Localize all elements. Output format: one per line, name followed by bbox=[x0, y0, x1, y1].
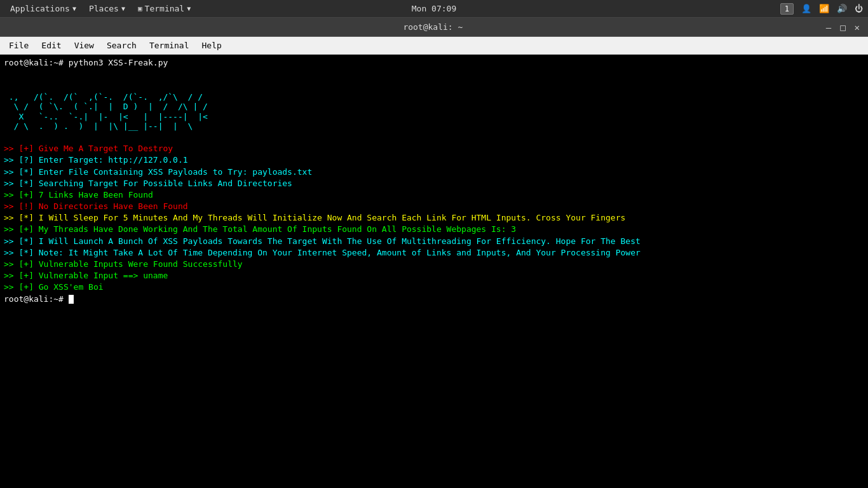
final-prompt: root@kali:~# bbox=[4, 294, 69, 304]
applications-arrow-icon: ▼ bbox=[72, 5, 76, 12]
window-titlebar: root@kali: ~ – □ ✕ bbox=[0, 18, 868, 37]
terminal-arrow-icon: ▼ bbox=[187, 5, 191, 12]
final-prompt-line: root@kali:~# bbox=[4, 294, 864, 305]
taskbar-datetime: Mon 07:09 bbox=[412, 4, 456, 13]
close-button[interactable]: ✕ bbox=[851, 20, 863, 35]
output-no-dirs: >> [!] No Directories Have Been Found bbox=[4, 201, 864, 212]
menu-file[interactable]: File bbox=[3, 39, 35, 52]
ascii-art: ., /(`. /(` ,(`-. /(`-. ,/`\ / / \ / ( `… bbox=[4, 92, 864, 132]
maximize-button[interactable]: □ bbox=[837, 20, 848, 35]
volume-icon: 🔊 bbox=[837, 4, 847, 13]
menu-view[interactable]: View bbox=[68, 39, 100, 52]
output-threads-done: >> [+] My Threads Have Done Working And … bbox=[4, 224, 864, 235]
output-searching: >> [*] Searching Target For Possible Lin… bbox=[4, 178, 864, 189]
menu-terminal[interactable]: Terminal bbox=[143, 39, 196, 52]
output-target: >> [+] Give Me A Target To Destroy bbox=[4, 143, 864, 154]
window-controls: – □ ✕ bbox=[823, 20, 863, 35]
menu-search[interactable]: Search bbox=[100, 39, 143, 52]
taskbar-left: Applications ▼ Places ▼ ▣ Terminal ▼ bbox=[5, 3, 196, 15]
output-go-xss: >> [+] Go XSS'em Boi bbox=[4, 281, 864, 293]
output-links-found: >> [+] 7 Links Have Been Found bbox=[4, 189, 864, 201]
users-icon: 👤 bbox=[801, 4, 811, 13]
output-vuln-found: >> [+] Vulnerable Inputs Were Found Succ… bbox=[4, 259, 864, 270]
taskbar: Applications ▼ Places ▼ ▣ Terminal ▼ Mon… bbox=[0, 0, 868, 18]
terminal-icon: ▣ bbox=[138, 4, 142, 13]
applications-menu[interactable]: Applications ▼ bbox=[5, 3, 81, 15]
output-launch: >> [*] I Will Launch A Bunch Of XSS Payl… bbox=[4, 236, 864, 247]
places-arrow-icon: ▼ bbox=[121, 5, 125, 12]
terminal-cursor bbox=[69, 295, 74, 304]
output-vuln-input: >> [+] Vulnerable Input ==> uname bbox=[4, 270, 864, 281]
places-menu[interactable]: Places ▼ bbox=[84, 3, 130, 15]
minimize-button[interactable]: – bbox=[823, 20, 834, 35]
output-sleep: >> [*] I Will Sleep For 5 Minutes And My… bbox=[4, 212, 864, 224]
workspace-indicator[interactable]: 1 bbox=[780, 3, 794, 15]
taskbar-right: 1 👤 📶 🔊 ⏻ bbox=[780, 3, 863, 15]
blank-line-2 bbox=[4, 80, 864, 92]
output-enter-target: >> [?] Enter Target: http://127.0.0.1 bbox=[4, 154, 864, 166]
menubar: File Edit View Search Terminal Help bbox=[0, 37, 868, 55]
terminal-window: root@kali: ~ – □ ✕ File Edit View Search… bbox=[0, 18, 868, 488]
blank-line-3 bbox=[4, 132, 864, 143]
terminal-label: Terminal bbox=[145, 4, 185, 13]
menu-edit[interactable]: Edit bbox=[35, 39, 67, 52]
applications-label: Applications bbox=[10, 4, 70, 13]
terminal-menu[interactable]: ▣ Terminal ▼ bbox=[133, 3, 196, 15]
output-note: >> [*] Note: It Might Take A Lot Of Time… bbox=[4, 247, 864, 259]
menu-help[interactable]: Help bbox=[196, 39, 228, 52]
power-icon: ⏻ bbox=[855, 4, 863, 13]
blank-line-1 bbox=[4, 69, 864, 80]
network-icon: 📶 bbox=[819, 4, 829, 13]
terminal-content[interactable]: root@kali:~# python3 XSS-Freak.py ., /(`… bbox=[0, 55, 868, 488]
output-payloads: >> [*] Enter File Containing XSS Payload… bbox=[4, 166, 864, 178]
window-title: root@kali: ~ bbox=[43, 22, 823, 32]
command-line: root@kali:~# python3 XSS-Freak.py bbox=[4, 57, 864, 69]
places-label: Places bbox=[89, 4, 119, 13]
